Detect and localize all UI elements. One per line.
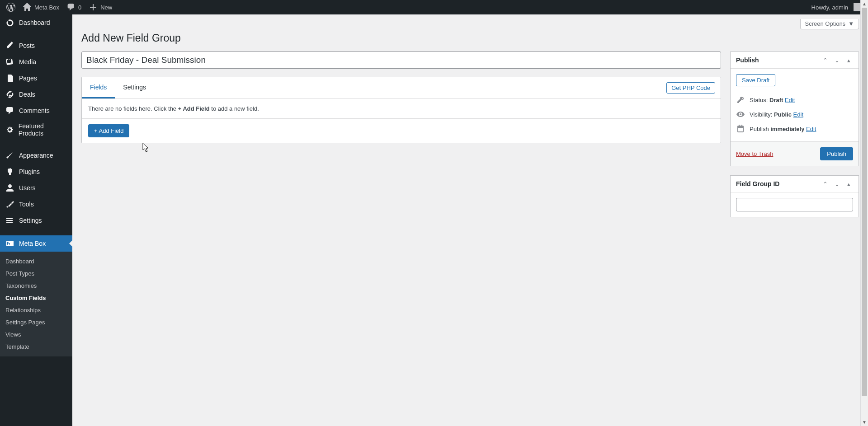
menu-label: Pages xyxy=(19,75,37,82)
pin-icon xyxy=(5,41,14,50)
menu-label: Appearance xyxy=(19,152,53,159)
menu-pages[interactable]: Pages xyxy=(0,70,72,86)
move-down-icon[interactable]: ⌄ xyxy=(832,57,841,64)
menu-media[interactable]: Media xyxy=(0,54,72,70)
menu-label: Posts xyxy=(19,42,35,49)
menu-deals[interactable]: Deals xyxy=(0,86,72,103)
settings-icon xyxy=(5,216,14,225)
brush-icon xyxy=(5,151,14,160)
menu-label: Users xyxy=(19,184,36,192)
menu-featured-products[interactable]: Featured Products xyxy=(0,119,72,140)
dashboard-icon xyxy=(5,18,14,27)
eye-icon xyxy=(736,110,745,119)
edit-status-link[interactable]: Edit xyxy=(785,97,795,103)
toggle-icon[interactable]: ▴ xyxy=(844,181,853,187)
comments-count: 0 xyxy=(78,4,81,11)
publish-box: Publish ⌃ ⌄ ▴ Save Draft Status: Draft E… xyxy=(730,51,859,166)
field-group-id-box: Field Group ID ⌃ ⌄ ▴ xyxy=(730,175,859,217)
content-area: Screen Options ▼ Add New Field Group Fie… xyxy=(72,0,868,226)
admin-bar: Meta Box 0 New Howdy, admin xyxy=(0,0,868,14)
new-label: New xyxy=(100,4,112,11)
menu-users[interactable]: Users xyxy=(0,180,72,196)
menu-label: Media xyxy=(19,58,36,66)
move-up-icon[interactable]: ⌃ xyxy=(821,57,830,64)
site-name[interactable]: Meta Box xyxy=(19,0,63,14)
comment-icon xyxy=(66,3,75,12)
field-group-id-input[interactable] xyxy=(736,198,853,211)
pages-icon xyxy=(5,74,14,83)
chevron-down-icon: ▼ xyxy=(848,20,854,27)
calendar-icon xyxy=(736,124,745,133)
empty-fields-message: There are no fields here. Click the + Ad… xyxy=(82,99,721,119)
admin-sidebar: Dashboard Posts Media Pages Deals Commen… xyxy=(0,14,72,226)
page-scrollbar[interactable]: ▲ ▼ xyxy=(860,0,868,226)
publish-button[interactable]: Publish xyxy=(820,147,853,160)
menu-label: Comments xyxy=(19,107,50,114)
menu-comments[interactable]: Comments xyxy=(0,103,72,119)
menu-label: Featured Products xyxy=(19,122,67,137)
user-icon xyxy=(5,183,14,192)
home-icon xyxy=(23,3,32,12)
menu-settings[interactable]: Settings xyxy=(0,212,72,226)
key-icon xyxy=(736,95,745,104)
comment-icon xyxy=(5,106,14,115)
comments-bubble[interactable]: 0 xyxy=(63,0,85,14)
menu-label: Deals xyxy=(19,91,35,98)
plug-icon xyxy=(5,167,14,176)
menu-dashboard[interactable]: Dashboard xyxy=(0,14,72,31)
media-icon xyxy=(5,57,14,66)
move-down-icon[interactable]: ⌄ xyxy=(832,181,841,187)
site-name-text: Meta Box xyxy=(34,4,59,11)
menu-posts[interactable]: Posts xyxy=(0,37,72,54)
link-icon xyxy=(5,90,14,99)
user-greeting[interactable]: Howdy, admin xyxy=(808,0,865,14)
save-draft-button[interactable]: Save Draft xyxy=(736,74,775,86)
wordpress-icon xyxy=(6,3,15,12)
fields-panel: Fields Settings Get PHP Code There are n… xyxy=(81,77,721,143)
menu-label: Settings xyxy=(19,217,42,224)
menu-plugins[interactable]: Plugins xyxy=(0,164,72,180)
menu-appearance[interactable]: Appearance xyxy=(0,147,72,164)
toggle-icon[interactable]: ▴ xyxy=(844,57,853,64)
menu-label: Tools xyxy=(19,201,34,208)
edit-schedule-link[interactable]: Edit xyxy=(806,126,816,132)
add-field-button[interactable]: + Add Field xyxy=(88,124,129,137)
field-group-title-input[interactable] xyxy=(81,51,721,69)
gear-icon xyxy=(5,125,14,134)
edit-visibility-link[interactable]: Edit xyxy=(793,111,803,118)
screen-options-button[interactable]: Screen Options ▼ xyxy=(800,19,859,29)
wp-logo[interactable] xyxy=(3,0,19,14)
field-group-id-title: Field Group ID xyxy=(736,180,779,187)
wrench-icon xyxy=(5,200,14,209)
menu-tools[interactable]: Tools xyxy=(0,196,72,212)
publish-box-title: Publish xyxy=(736,56,759,64)
tab-settings[interactable]: Settings xyxy=(115,77,154,98)
page-title: Add New Field Group xyxy=(81,32,859,44)
menu-label: Dashboard xyxy=(19,19,50,26)
scrollbar-thumb[interactable] xyxy=(862,8,867,226)
howdy-text: Howdy, admin xyxy=(811,4,848,11)
screen-options-label: Screen Options xyxy=(805,20,846,27)
move-to-trash-link[interactable]: Move to Trash xyxy=(736,150,773,157)
new-content[interactable]: New xyxy=(85,0,116,14)
move-up-icon[interactable]: ⌃ xyxy=(821,181,830,187)
plus-icon xyxy=(89,3,98,12)
get-php-code-button[interactable]: Get PHP Code xyxy=(666,82,715,94)
tab-fields[interactable]: Fields xyxy=(82,77,115,98)
menu-label: Plugins xyxy=(19,168,40,175)
scroll-up-arrow-icon[interactable]: ▲ xyxy=(861,0,868,8)
